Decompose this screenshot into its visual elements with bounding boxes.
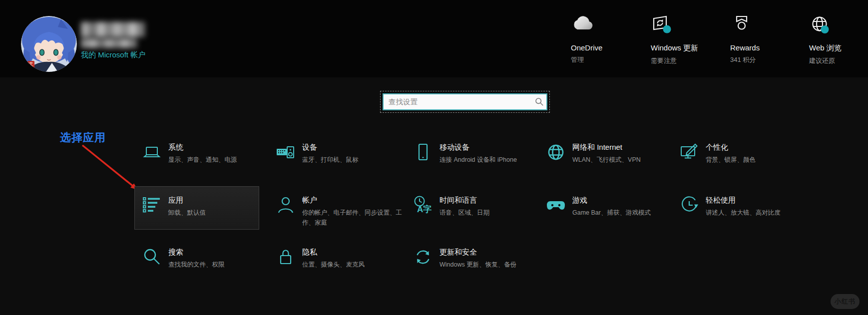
apps-list-icon (142, 195, 162, 215)
tile-search[interactable]: 搜索 查找我的文件、权限 (142, 247, 273, 270)
search-input[interactable] (383, 93, 547, 110)
tile-title: 应用 (168, 196, 206, 205)
tile-title: 时间和语言 (439, 196, 489, 205)
tile-title: 系统 (168, 143, 237, 152)
tile-update-security[interactable]: 更新和安全 Windows 更新、恢复、备份 (413, 247, 544, 270)
tile-personalization[interactable]: 个性化 背景、锁屏、颜色 (679, 142, 810, 165)
anime-avatar-icon (21, 16, 77, 72)
tile-mobile-devices[interactable]: 移动设备 连接 Android 设备和 iPhone (413, 142, 544, 165)
quick-status-web-browsing[interactable]: Web 浏览 建议还原 (809, 14, 868, 65)
header: 我的 Microsoft 帐户 OneDrive 管理 (0, 0, 868, 77)
update-security-sync-icon (413, 247, 433, 267)
tile-subtitle: 背景、锁屏、颜色 (706, 155, 756, 165)
tile-subtitle: 连接 Android 设备和 iPhone (439, 155, 517, 165)
tile-subtitle: Game Bar、捕获、游戏模式 (572, 208, 651, 218)
rewards-medal-icon (730, 14, 805, 39)
devices-icon (276, 142, 296, 162)
tile-title: 轻松使用 (706, 196, 781, 205)
user-name-redacted (81, 22, 145, 50)
settings-window: 我的 Microsoft 帐户 OneDrive 管理 (0, 0, 868, 315)
tile-subtitle: 蓝牙、打印机、鼠标 (302, 155, 359, 165)
quick-status-title: Rewards (730, 43, 805, 52)
onedrive-cloud-icon (571, 14, 646, 39)
phone-icon (413, 142, 433, 162)
quick-status-title: OneDrive (571, 43, 646, 52)
tile-title: 搜索 (168, 248, 225, 257)
tile-title: 个性化 (706, 143, 756, 152)
tile-title: 隐私 (302, 248, 365, 257)
tile-apps[interactable]: 应用 卸载、默认值 (142, 195, 273, 218)
tile-gaming[interactable]: 游戏 Game Bar、捕获、游戏模式 (546, 195, 677, 218)
tile-title: 移动设备 (439, 143, 517, 152)
quick-status-title: Web 浏览 (809, 43, 868, 53)
windows-update-icon (651, 14, 726, 39)
quick-status-onedrive[interactable]: OneDrive 管理 (571, 14, 646, 64)
tile-devices[interactable]: 设备 蓝牙、打印机、鼠标 (276, 142, 407, 165)
quick-status-title: Windows 更新 (651, 43, 726, 53)
tile-subtitle: 查找我的文件、权限 (168, 260, 225, 270)
tile-network-internet[interactable]: 网络和 Internet WLAN、飞行模式、VPN (546, 142, 677, 165)
tile-subtitle: Windows 更新、恢复、备份 (439, 260, 516, 270)
network-globe-icon (546, 142, 566, 162)
quick-status-subtitle: 需要注意 (651, 56, 726, 65)
tile-subtitle: 你的帐户、电子邮件、同步设置、工作、家庭 (302, 208, 402, 228)
accounts-person-icon (276, 195, 296, 215)
watermark-badge: 小红书 (831, 294, 860, 309)
quick-status-windows-update[interactable]: Windows 更新 需要注意 (651, 14, 726, 65)
tile-system[interactable]: 系统 显示、声音、通知、电源 (142, 142, 273, 165)
privacy-lock-icon (276, 247, 296, 267)
tile-privacy[interactable]: 隐私 位置、摄像头、麦克风 (276, 247, 407, 270)
tile-title: 更新和安全 (439, 248, 516, 257)
quick-status-rewards[interactable]: Rewards 341 积分 (730, 14, 805, 64)
tile-accounts[interactable]: 帐户 你的帐户、电子邮件、同步设置、工作、家庭 (276, 195, 407, 228)
quick-status-subtitle: 建议还原 (809, 56, 868, 65)
tile-time-language[interactable]: A字 时间和语言 语音、区域、日期 (413, 195, 544, 218)
microsoft-account-link[interactable]: 我的 Microsoft 帐户 (81, 50, 145, 60)
tile-subtitle: 卸载、默认值 (168, 208, 206, 218)
tile-title: 帐户 (302, 196, 402, 205)
system-laptop-icon (142, 142, 162, 162)
quick-status-subtitle: 341 积分 (730, 55, 805, 64)
annotation-label: 选择应用 (60, 130, 106, 145)
quick-status-subtitle: 管理 (571, 55, 646, 64)
gaming-controller-icon (546, 195, 566, 215)
tile-subtitle: WLAN、飞行模式、VPN (572, 155, 641, 165)
search-icon (535, 97, 544, 108)
tile-ease-of-access[interactable]: 轻松使用 讲述人、放大镜、高对比度 (679, 195, 810, 218)
svg-text:A字: A字 (417, 204, 432, 214)
tile-subtitle: 语音、区域、日期 (439, 208, 489, 218)
ease-of-access-icon (679, 195, 699, 215)
search-magnifier-icon (142, 247, 162, 267)
tile-title: 网络和 Internet (572, 143, 641, 152)
personalization-icon (679, 142, 699, 162)
tile-subtitle: 讲述人、放大镜、高对比度 (706, 208, 781, 218)
tile-subtitle: 位置、摄像头、麦克风 (302, 260, 365, 270)
tile-title: 游戏 (572, 196, 651, 205)
search-box (383, 93, 547, 110)
tile-title: 设备 (302, 143, 359, 152)
user-avatar (21, 16, 77, 72)
tile-subtitle: 显示、声音、通知、电源 (168, 155, 237, 165)
web-globe-icon (809, 14, 868, 39)
time-language-icon: A字 (413, 195, 433, 215)
